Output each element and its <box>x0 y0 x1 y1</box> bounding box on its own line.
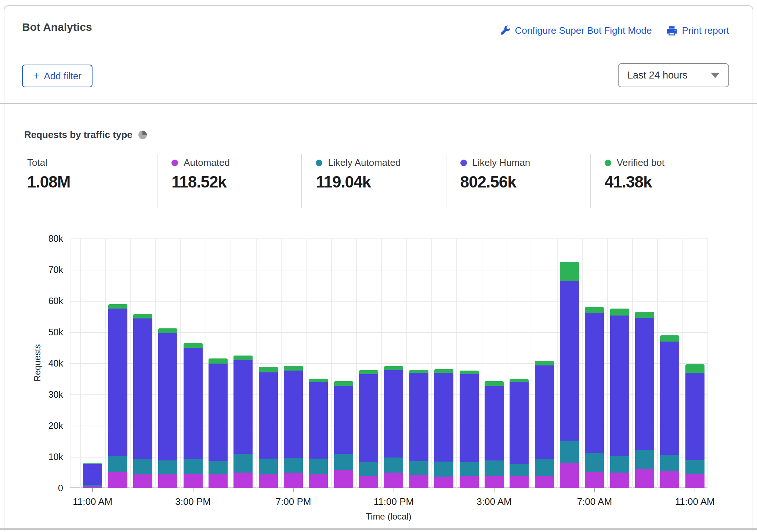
stat-verified-bot-value: 41.38k <box>605 173 734 191</box>
bar-segment-verified-bot <box>309 379 328 382</box>
stacked-bar[interactable] <box>233 356 253 488</box>
bar-segment-likely-human <box>384 370 403 458</box>
bar-segment-verified-bot <box>359 370 378 374</box>
requests-stacked-bar-chart: 11:00 AM3:00 PM7:00 PM11:00 PM3:00 AM7:0… <box>70 238 707 488</box>
time-range-dropdown[interactable]: Last 24 hours <box>618 63 729 87</box>
legend-dot-likely-automated <box>316 160 322 166</box>
bar-segment-likely-human <box>359 374 378 463</box>
bar-segment-likely-automated <box>585 453 604 472</box>
stacked-bar[interactable] <box>334 381 353 488</box>
stacked-bar[interactable] <box>133 314 152 488</box>
stacked-bar[interactable] <box>535 361 554 488</box>
stat-total-value: 1.08M <box>27 173 157 191</box>
bar-segment-verified-bot <box>585 307 604 313</box>
bar-segment-likely-automated <box>409 461 428 475</box>
y-tick-label: 0 <box>22 482 63 494</box>
bar-segment-likely-automated <box>209 461 228 474</box>
x-tick-mark <box>92 488 93 492</box>
stat-likely-automated-label: Likely Automated <box>328 157 401 168</box>
stacked-bar[interactable] <box>485 381 504 488</box>
bar-slot-7am <box>582 238 607 488</box>
print-link-label: Print report <box>682 25 729 36</box>
bar-slot-10pm <box>356 238 381 488</box>
stat-likely-human[interactable]: Likely Human 802.56k <box>446 154 590 208</box>
x-tick-mark <box>293 488 294 492</box>
bar-segment-automated <box>585 472 604 488</box>
x-tick-mark <box>193 488 193 492</box>
stacked-bar[interactable] <box>635 312 654 488</box>
bar-segment-verified-bot <box>635 312 654 318</box>
bar-slot-12am <box>406 238 431 488</box>
stacked-bar[interactable] <box>660 335 679 488</box>
bar-slot-7pm <box>281 238 306 488</box>
stacked-bar[interactable] <box>409 370 428 488</box>
stacked-bar[interactable] <box>685 364 705 488</box>
bar-segment-verified-bot <box>409 370 428 373</box>
bar-segment-verified-bot <box>660 335 679 342</box>
x-tick-label: 3:00 PM <box>175 496 211 507</box>
bar-slot-12pm <box>105 238 130 488</box>
x-tick-mark <box>494 488 495 492</box>
y-tick-label: 30k <box>22 389 63 400</box>
bar-segment-automated <box>108 472 127 488</box>
stacked-bar[interactable] <box>184 343 203 488</box>
wrench-icon <box>500 25 511 36</box>
stat-total-label: Total <box>27 157 47 168</box>
bar-slot-5pm <box>231 238 256 488</box>
stacked-bar[interactable] <box>434 369 453 488</box>
stacked-bar[interactable] <box>510 379 529 488</box>
bar-slot-2am <box>456 238 481 488</box>
bar-segment-automated <box>510 476 529 488</box>
bar-segment-likely-human <box>460 374 479 462</box>
stacked-bar[interactable] <box>309 379 328 488</box>
stat-automated-value: 118.52k <box>171 173 301 191</box>
bar-segment-likely-human <box>158 333 177 460</box>
stacked-bar[interactable] <box>359 370 378 488</box>
stacked-bar[interactable] <box>284 366 303 488</box>
stat-verified-bot[interactable]: Verified bot 41.38k <box>590 154 734 208</box>
bar-segment-verified-bot <box>233 356 253 361</box>
bar-segment-automated <box>409 475 428 488</box>
bar-segment-automated <box>610 473 629 488</box>
bar-segment-likely-human <box>660 342 679 455</box>
stat-likely-automated[interactable]: Likely Automated 119.04k <box>301 154 445 208</box>
bar-segment-likely-automated <box>485 460 504 476</box>
bar-segment-likely-human <box>585 313 604 453</box>
print-report-link[interactable]: Print report <box>666 25 729 36</box>
bar-segment-likely-automated <box>560 441 579 463</box>
bar-segment-likely-human <box>485 386 504 460</box>
stacked-bar[interactable] <box>460 371 479 488</box>
section-bottom-divider <box>0 528 757 530</box>
bar-slot-11am <box>80 238 105 488</box>
y-tick-label: 20k <box>22 420 63 431</box>
bar-segment-automated <box>158 474 177 488</box>
bar-segment-verified-bot <box>334 381 353 386</box>
y-tick-label: 40k <box>22 357 63 369</box>
stacked-bar[interactable] <box>384 366 403 488</box>
stacked-bar[interactable] <box>560 262 579 488</box>
stacked-bar[interactable] <box>259 367 278 488</box>
stacked-bar[interactable] <box>585 307 604 488</box>
stacked-bar[interactable] <box>209 358 228 488</box>
configure-super-bot-fight-mode-link[interactable]: Configure Super Bot Fight Mode <box>500 25 652 36</box>
bar-segment-automated <box>133 474 152 488</box>
bar-segment-likely-human <box>209 364 228 461</box>
y-tick-label: 80k <box>22 233 63 244</box>
add-filter-label: Add filter <box>44 70 82 82</box>
bar-segment-likely-human <box>635 318 654 450</box>
x-tick-mark <box>394 488 394 492</box>
stat-automated[interactable]: Automated 118.52k <box>157 154 301 208</box>
stacked-bar[interactable] <box>83 463 102 488</box>
bar-segment-verified-bot <box>284 366 303 371</box>
bar-segment-likely-human <box>434 373 453 462</box>
stacked-bar[interactable] <box>108 304 127 488</box>
y-tick-label: 70k <box>22 264 63 276</box>
x-axis-title: Time (local) <box>366 511 411 522</box>
time-range-value: Last 24 hours <box>627 70 688 81</box>
stacked-bar[interactable] <box>610 309 629 488</box>
add-filter-button[interactable]: + Add filter <box>22 65 93 87</box>
y-tick-label: 50k <box>22 326 63 338</box>
stacked-bar[interactable] <box>158 328 177 488</box>
x-tick-label: 7:00 PM <box>276 496 311 507</box>
bar-segment-likely-human <box>184 348 203 459</box>
